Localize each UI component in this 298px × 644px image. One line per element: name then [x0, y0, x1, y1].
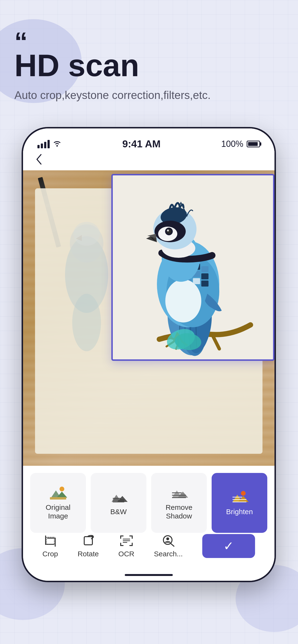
battery-icon: [247, 141, 260, 147]
home-indicator: [125, 574, 173, 576]
action-search[interactable]: Search...: [154, 534, 183, 558]
svg-rect-19: [201, 266, 209, 272]
svg-rect-61: [84, 537, 92, 545]
action-crop[interactable]: Crop: [43, 534, 58, 558]
action-ocr-label: OCR: [118, 550, 134, 558]
nav-bar: [23, 151, 274, 170]
crop-icon: [43, 534, 58, 548]
remove-shadow-icon: [171, 486, 187, 500]
page-title: HD scan: [14, 50, 284, 81]
filter-brighten-label: Brighten: [226, 508, 253, 516]
svg-point-3: [73, 222, 100, 246]
rotate-icon: [80, 534, 96, 548]
svg-line-67: [171, 544, 174, 546]
blue-jay-svg: [116, 176, 270, 358]
background-photo: [23, 169, 274, 466]
brighten-icon: [231, 490, 248, 504]
zoomed-image-panel: [111, 174, 274, 361]
status-time: 9:41 AM: [122, 138, 161, 150]
page-subtitle: Auto crop,keystone correction,filters,et…: [14, 88, 284, 102]
action-bar: Crop Rotate: [23, 530, 274, 562]
header-section: “ HD scan Auto crop,keystone correction,…: [14, 31, 284, 102]
filter-bw[interactable]: B&W: [91, 473, 146, 533]
landscape-color-icon: [50, 486, 66, 500]
bottom-toolbar: OriginalImage: [23, 466, 274, 581]
filter-row: OriginalImage: [30, 473, 267, 533]
svg-point-36: [167, 229, 171, 234]
phone-mockup: 9:41 AM 100%: [22, 127, 276, 582]
filter-bw-label: B&W: [110, 508, 127, 516]
filter-original[interactable]: OriginalImage: [30, 473, 86, 533]
action-rotate-label: Rotate: [77, 550, 99, 558]
svg-rect-26: [193, 278, 200, 284]
wifi-icon: [53, 139, 62, 149]
svg-point-66: [166, 538, 169, 540]
ocr-icon: [118, 534, 134, 548]
search-person-icon: [161, 534, 176, 548]
image-area: [23, 169, 274, 466]
svg-point-37: [167, 230, 169, 232]
status-right: 100%: [221, 139, 260, 149]
svg-rect-43: [50, 497, 66, 500]
filter-remove-shadow-label: RemoveShadow: [166, 503, 192, 520]
status-left: [37, 139, 62, 149]
bird-illustration: [113, 176, 273, 360]
battery-percentage: 100%: [221, 139, 243, 149]
svg-point-0: [56, 145, 58, 146]
signal-icon: [37, 140, 50, 148]
svg-point-40: [60, 486, 64, 492]
svg-point-5: [72, 294, 101, 351]
checkmark-icon: ✓: [223, 539, 234, 553]
action-crop-label: Crop: [43, 550, 58, 558]
bw-icon: [110, 490, 127, 504]
confirm-button[interactable]: ✓: [202, 534, 255, 558]
svg-point-28: [165, 279, 201, 322]
action-rotate[interactable]: Rotate: [77, 534, 99, 558]
svg-point-54: [241, 491, 246, 496]
filter-brighten[interactable]: Brighten: [212, 473, 267, 533]
svg-rect-23: [201, 273, 209, 279]
status-bar: 9:41 AM 100%: [23, 128, 274, 152]
battery-fill: [248, 142, 258, 146]
filter-original-label: OriginalImage: [46, 503, 70, 520]
back-button[interactable]: [35, 153, 42, 168]
phone-screen: 9:41 AM 100%: [23, 128, 274, 581]
action-search-label: Search...: [154, 550, 183, 558]
action-ocr[interactable]: OCR: [118, 534, 134, 558]
svg-rect-27: [201, 280, 209, 286]
filter-remove-shadow[interactable]: RemoveShadow: [151, 473, 207, 533]
